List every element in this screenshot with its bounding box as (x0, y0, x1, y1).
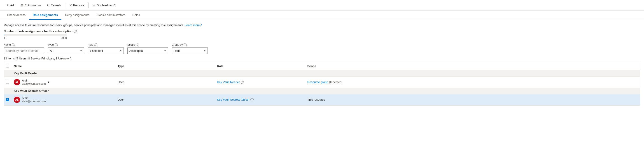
filters-container: Name i Type i All User Group Service Pri… (4, 43, 640, 54)
tabs-container: Check access Role assignments Deny assig… (0, 10, 644, 20)
scope-info-icon[interactable]: i (136, 43, 139, 46)
feedback-label: Got feedback? (97, 3, 116, 7)
refresh-button[interactable]: ↻ Refresh (45, 2, 64, 8)
row1-checkbox-cell (4, 78, 11, 86)
add-button[interactable]: ＋ Add (4, 2, 18, 8)
filter-scope-label: Scope i (127, 43, 168, 46)
col-header-type: Type (115, 62, 214, 70)
type-info-icon[interactable]: i (55, 43, 58, 46)
edit-columns-label: Edit columns (24, 3, 41, 7)
col-header-role: Role (214, 62, 304, 70)
row1-name-cell: AL Alain alain@contoso.com (11, 77, 115, 87)
remove-label: Remove (73, 3, 84, 7)
feedback-icon: ♡ (92, 3, 96, 7)
remove-button[interactable]: ✕ Remove (67, 2, 86, 8)
filter-type-label: Type i (48, 43, 84, 46)
tab-deny-assignments[interactable]: Deny assignments (62, 10, 93, 20)
progress-current: 17 (4, 36, 6, 40)
row2-scope-cell: This resource (304, 96, 640, 104)
refresh-label: Refresh (51, 3, 61, 7)
row2-avatar: AL (14, 97, 20, 103)
group-label-key-vault-reader: Key Vault Reader (14, 72, 638, 75)
row1-name-primary: Alain (22, 79, 46, 82)
filter-name: Name i (4, 43, 44, 54)
group-row-key-vault-secrets-officer: Key Vault Secrets Officer (4, 88, 640, 94)
row2-type-cell: User (115, 96, 214, 104)
add-label: Add (10, 3, 15, 7)
header-checkbox-cell (4, 62, 11, 70)
separator-2 (88, 2, 88, 8)
row2-role-link[interactable]: Key Vault Secrets Officer i (217, 98, 254, 101)
groupby-select-wrapper: Role Type Scope ▼ (172, 47, 208, 54)
type-select-wrapper: All User Group Service Principal ▼ (48, 47, 84, 54)
main-content: Manage access to Azure resources for use… (0, 20, 644, 109)
name-search-input[interactable] (4, 47, 44, 54)
progress-title: Number of role assignments for this subs… (4, 29, 640, 33)
progress-info-icon[interactable]: i (74, 30, 77, 33)
progress-section: Number of role assignments for this subs… (4, 29, 640, 40)
row1-checkbox[interactable] (6, 81, 9, 84)
progress-bar-fill (4, 34, 4, 36)
table-container: Name Type Role Scope Key Vault Reader AL… (4, 62, 640, 106)
description-text: Manage access to Azure resources for use… (4, 23, 640, 27)
filter-name-label: Name i (4, 43, 44, 46)
role-select[interactable]: 7 selected (88, 47, 124, 54)
filter-role: Role i 7 selected ▼ (88, 43, 124, 54)
row1-dot-indicator (48, 82, 49, 83)
row2-checkbox[interactable] (6, 98, 9, 101)
row1-scope-link[interactable]: Resource group (307, 81, 328, 84)
progress-max: 2000 (61, 36, 67, 40)
refresh-icon: ↻ (47, 3, 50, 7)
progress-labels: 17 2000 (4, 36, 67, 40)
row2-role-info-icon[interactable]: i (250, 98, 254, 101)
groupby-select[interactable]: Role Type Scope (172, 47, 208, 54)
row1-type-cell: User (115, 78, 214, 86)
row1-avatar: AL (14, 79, 20, 85)
col-header-name: Name (11, 62, 115, 70)
progress-bar-track (4, 34, 67, 36)
filter-scope: Scope i All scopes This resource Inherit… (127, 43, 168, 54)
filter-type: Type i All User Group Service Principal … (48, 43, 84, 54)
edit-columns-icon: ⊞ (21, 3, 24, 7)
filter-groupby-label: Group by i (172, 43, 208, 46)
name-info-icon[interactable]: i (12, 43, 15, 46)
table-header: Name Type Role Scope (4, 62, 640, 70)
tab-role-assignments[interactable]: Role assignments (29, 10, 62, 20)
table-row: AL Alain alain@contoso.com User Key Vaul… (4, 77, 640, 88)
items-count: 13 items (4 Users, 8 Service Principals,… (4, 57, 640, 60)
type-select[interactable]: All User Group Service Principal (48, 47, 84, 54)
tab-check-access[interactable]: Check access (4, 10, 29, 20)
tab-classic-administrators[interactable]: Classic administrators (93, 10, 129, 20)
col-header-scope: Scope (304, 62, 640, 70)
scope-select[interactable]: All scopes This resource Inherited (127, 47, 168, 54)
row2-name-cell: AL Alain alain@contoso.com (11, 94, 115, 105)
remove-icon: ✕ (69, 3, 72, 7)
feedback-button[interactable]: ♡ Got feedback? (90, 2, 118, 8)
toolbar: ＋ Add ⊞ Edit columns ↻ Refresh ✕ Remove … (0, 0, 644, 10)
add-icon: ＋ (6, 3, 9, 7)
role-select-wrapper: 7 selected ▼ (88, 47, 124, 54)
header-checkbox[interactable] (6, 65, 9, 68)
filter-role-label: Role i (88, 43, 124, 46)
role-info-icon[interactable]: i (94, 43, 97, 46)
learn-more-link[interactable]: Learn more↗ (185, 23, 202, 27)
row2-role-cell: Key Vault Secrets Officer i (214, 96, 304, 104)
row1-role-link[interactable]: Key Vault Reader i (217, 81, 244, 84)
group-row-key-vault-reader: Key Vault Reader (4, 70, 640, 77)
groupby-info-icon[interactable]: i (184, 43, 187, 46)
row1-scope-suffix: (Inherited) (329, 81, 342, 84)
group-label-key-vault-secrets-officer: Key Vault Secrets Officer (14, 89, 638, 92)
row1-scope-cell: Resource group (Inherited) (304, 78, 640, 86)
separator-1 (65, 2, 65, 8)
table-row: AL Alain alain@contoso.com User Key Vaul… (4, 94, 640, 105)
row2-scope-text: This resource (307, 98, 325, 101)
row1-role-cell: Key Vault Reader i (214, 78, 304, 86)
tab-roles[interactable]: Roles (129, 10, 144, 20)
row1-role-info-icon[interactable]: i (241, 81, 244, 84)
row1-name-secondary: alain@contoso.com (22, 82, 46, 85)
row2-name-primary: Alain (22, 96, 46, 100)
edit-columns-button[interactable]: ⊞ Edit columns (18, 2, 44, 8)
row2-checkbox-cell (4, 96, 11, 104)
scope-select-wrapper: All scopes This resource Inherited ▼ (127, 47, 168, 54)
filter-group-by: Group by i Role Type Scope ▼ (172, 43, 208, 54)
